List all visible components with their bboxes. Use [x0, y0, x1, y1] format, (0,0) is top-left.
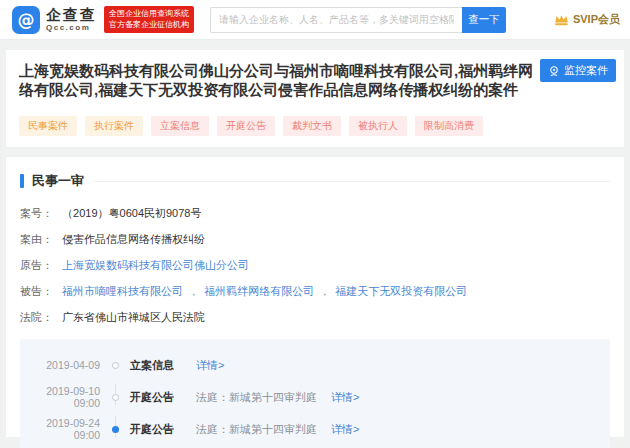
timeline-event: 立案信息 — [130, 358, 196, 373]
plaintiff-company-link[interactable]: 上海宽娱数码科技有限公司佛山分公司 — [62, 259, 249, 271]
timeline-dot-icon — [112, 362, 119, 369]
field-case-number: 案号： （2019）粤0604民初9078号 — [20, 206, 610, 221]
timeline-detail: 法庭：新城第十四审判庭 — [196, 390, 317, 405]
field-label: 原告： — [20, 259, 53, 271]
section-title: 民事一审 — [32, 172, 84, 190]
field-court: 法院： 广东省佛山市禅城区人民法院 — [20, 310, 610, 325]
cause-of-action-value: 侵害作品信息网络传播权纠纷 — [62, 233, 205, 245]
section-divider — [94, 181, 610, 182]
timeline-date: 2019-09-24 09:00 — [28, 417, 100, 441]
court-value: 广东省佛山市禅城区人民法院 — [62, 311, 205, 323]
case-timeline: 2019-04-09 立案信息 详情> 2019-09-10 09:00 开庭公… — [20, 339, 610, 448]
timeline-row: 2019-04-09 立案信息 详情> — [28, 349, 610, 381]
case-fields: 案号： （2019）粤0604民初9078号 案由： 侵害作品信息网络传播权纠纷… — [20, 206, 610, 325]
timeline-dot-icon — [112, 426, 119, 433]
timeline-row: 2019-09-24 09:00 开庭公告 法庭：新城第十四审判庭 详情> — [28, 413, 610, 445]
tab-judgment-docs[interactable]: 裁判文书 — [283, 116, 341, 136]
timeline-details-link[interactable]: 详情> — [331, 422, 359, 437]
case-number-value: （2019）粤0604民初9078号 — [62, 207, 201, 219]
tab-civil-case[interactable]: 民事案件 — [19, 116, 77, 136]
search-bar: 查一下 — [210, 7, 506, 33]
timeline-dot-column — [100, 426, 130, 433]
logo-domain: Qcc.com — [46, 24, 97, 32]
svip-member-link[interactable]: SVIP会员 — [554, 12, 620, 27]
tab-filing-info[interactable]: 立案信息 — [151, 116, 209, 136]
search-button[interactable]: 查一下 — [462, 7, 506, 33]
timeline-dot-column — [100, 362, 130, 369]
field-label: 案号： — [20, 207, 53, 219]
tab-enforcement-case[interactable]: 执行案件 — [85, 116, 143, 136]
tab-enforced-person[interactable]: 被执行人 — [349, 116, 407, 136]
field-plaintiff: 原告： 上海宽娱数码科技有限公司佛山分公司 — [20, 258, 610, 273]
case-header-card: 上海宽娱数码科技有限公司佛山分公司与福州市嘀哩科技有限公司,福州羁绊网络有限公司… — [6, 50, 624, 147]
section-header: 民事一审 — [20, 172, 610, 190]
timeline-detail: 法庭：新城第十四审判庭 — [196, 422, 317, 437]
search-input[interactable] — [210, 7, 462, 33]
timeline-date: 2019-04-09 — [28, 359, 100, 371]
section-accent-bar — [20, 174, 24, 188]
civil-first-instance-card: 民事一审 案号： （2019）粤0604民初9078号 案由： 侵害作品信息网络… — [6, 157, 624, 437]
monitor-case-button[interactable]: 监控案件 — [540, 59, 616, 82]
case-title: 上海宽娱数码科技有限公司佛山分公司与福州市嘀哩科技有限公司,福州羁绊网络有限公司… — [6, 50, 624, 99]
tab-court-session[interactable]: 开庭公告 — [217, 116, 275, 136]
timeline-details-link[interactable]: 详情> — [331, 390, 359, 405]
qcc-logo[interactable]: @ 企查查 Qcc.com — [12, 6, 97, 34]
list-separator: ， — [188, 285, 199, 297]
qcc-logo-icon: @ — [12, 6, 40, 34]
badge-line-2: 官方备案企业征信机构 — [109, 20, 189, 31]
timeline-date: 2019-09-10 09:00 — [28, 385, 100, 409]
timeline-row: 2019-09-10 09:00 开庭公告 法庭：新城第十四审判庭 详情> — [28, 381, 610, 413]
case-type-tabs: 民事案件 执行案件 立案信息 开庭公告 裁判文书 被执行人 限制高消费 — [6, 99, 624, 136]
svip-label: SVIP会员 — [573, 12, 620, 27]
monitor-case-label: 监控案件 — [564, 63, 608, 78]
field-defendant: 被告： 福州市嘀哩科技有限公司 ， 福州羁绊网络有限公司 ， 福建天下无双投资有… — [20, 284, 610, 299]
defendant-company-link[interactable]: 福州市嘀哩科技有限公司 — [62, 285, 183, 297]
top-header: @ 企查查 Qcc.com 全国企业信用查询系统 官方备案企业征信机构 查一下 … — [0, 0, 630, 40]
crown-icon — [554, 13, 569, 26]
qcc-logo-text: 企查查 Qcc.com — [46, 7, 97, 32]
credential-badge: 全国企业信用查询系统 官方备案企业征信机构 — [104, 6, 194, 34]
timeline-details-link[interactable]: 详情> — [196, 358, 224, 373]
timeline-dot-column — [100, 394, 130, 401]
logo-name: 企查查 — [46, 7, 97, 22]
defendant-company-link[interactable]: 福建天下无双投资有限公司 — [335, 285, 467, 297]
timeline-event: 开庭公告 — [130, 422, 196, 437]
timeline-event: 开庭公告 — [130, 390, 196, 405]
tab-consumption-limit[interactable]: 限制高消费 — [415, 116, 483, 136]
field-label: 案由： — [20, 233, 53, 245]
field-cause-of-action: 案由： 侵害作品信息网络传播权纠纷 — [20, 232, 610, 247]
monitor-camera-icon — [548, 65, 560, 77]
field-label: 法院： — [20, 311, 53, 323]
defendant-company-link[interactable]: 福州羁绊网络有限公司 — [204, 285, 314, 297]
field-label: 被告： — [20, 285, 53, 297]
timeline-dot-icon — [112, 394, 119, 401]
badge-line-1: 全国企业信用查询系统 — [109, 9, 189, 20]
list-separator: ， — [319, 285, 330, 297]
